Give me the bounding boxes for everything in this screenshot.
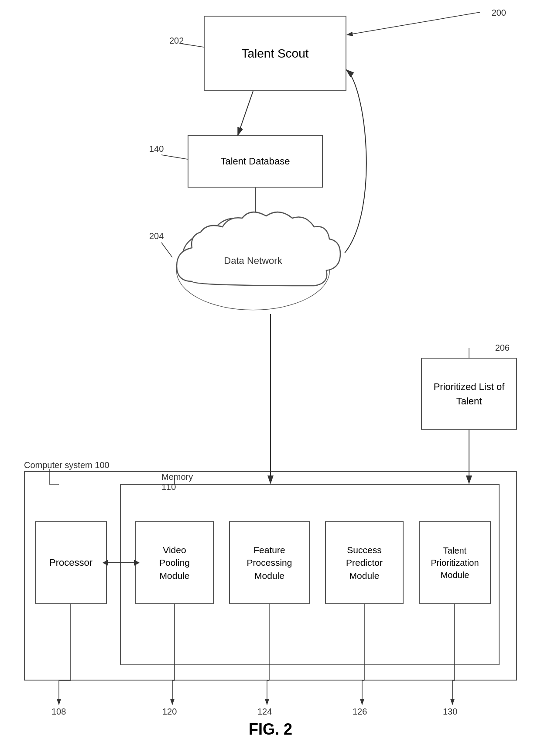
svg-point-25 — [177, 231, 329, 310]
ref-204: 204 — [149, 231, 164, 241]
success-predictor-box: SuccessPredictorModule — [325, 521, 404, 604]
svg-line-32 — [161, 243, 172, 257]
ref-200: 200 — [492, 8, 506, 18]
svg-line-6 — [238, 91, 253, 135]
ref-206: 206 — [495, 343, 510, 353]
fig-caption: FIG. 2 — [0, 720, 541, 739]
svg-line-2 — [347, 12, 480, 35]
processor-box: Processor — [35, 521, 107, 604]
svg-point-29 — [283, 230, 328, 276]
svg-line-33 — [181, 44, 204, 47]
ref-126: 126 — [353, 707, 367, 717]
talent-prioritization-box: TalentPrioritizationModule — [419, 521, 491, 604]
video-pooling-box: VideoPoolingModule — [135, 521, 214, 604]
ref-202: 202 — [169, 36, 184, 46]
svg-point-28 — [247, 217, 298, 267]
diagram-container: 200 Talent Scout 202 Talent Database 140… — [0, 0, 541, 756]
ref-130: 130 — [443, 707, 457, 717]
svg-text:Data Network: Data Network — [224, 255, 282, 266]
memory-label: Memory110 — [161, 472, 193, 492]
talent-scout-box: Talent Scout — [204, 16, 346, 91]
ref-140: 140 — [149, 144, 164, 154]
talent-database-box: Talent Database — [188, 135, 323, 188]
prioritized-list-box: Prioritized List ofTalent — [421, 358, 517, 430]
ref-120: 120 — [162, 707, 177, 717]
svg-line-34 — [161, 155, 188, 159]
computer-system-label: Computer system 100 — [24, 459, 110, 471]
ref-108: 108 — [51, 707, 66, 717]
svg-point-26 — [182, 235, 228, 280]
ref-124: 124 — [257, 707, 272, 717]
svg-point-27 — [209, 218, 262, 270]
feature-processing-box: FeatureProcessingModule — [229, 521, 310, 604]
svg-point-30 — [177, 231, 329, 310]
